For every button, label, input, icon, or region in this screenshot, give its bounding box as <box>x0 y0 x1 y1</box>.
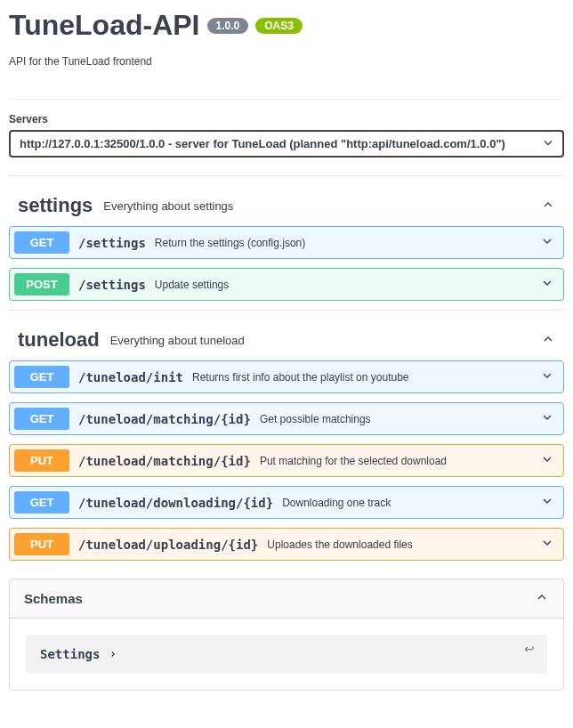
method-badge: PUT <box>14 533 69 555</box>
api-header: TuneLoad-API 1.0.0 OAS3 API for the Tune… <box>9 9 564 81</box>
oas-badge: OAS3 <box>255 18 303 34</box>
tag-header[interactable]: settingsEverything about settings <box>9 185 564 226</box>
method-badge: POST <box>14 273 69 295</box>
schema-item[interactable]: Settings ↩ <box>26 635 547 674</box>
schema-name: Settings <box>40 647 100 661</box>
operation-path: /tuneload/downloading/{id} <box>78 496 273 510</box>
operation-path: /tuneload/uploading/{id} <box>78 538 258 552</box>
tag-header[interactable]: tuneloadEverything about tuneload <box>9 320 564 360</box>
chevron-down-icon <box>540 410 554 427</box>
method-badge: GET <box>14 366 69 388</box>
operation-row[interactable]: GET/tuneload/matching/{id}Get possible m… <box>9 402 564 435</box>
return-icon: ↩ <box>524 642 535 656</box>
tag-description: Everything about tuneload <box>110 334 541 347</box>
operation-path: /tuneload/init <box>78 370 183 384</box>
operation-summary: Return the settings (config.json) <box>155 237 540 249</box>
server-select[interactable]: http://127.0.0.1:32500/1.0.0 - server fo… <box>9 130 564 158</box>
chevron-down-icon <box>540 234 554 251</box>
tag-section-settings: settingsEverything about settingsGET/set… <box>9 175 564 301</box>
operation-path: /tuneload/matching/{id} <box>78 412 251 426</box>
chevron-right-icon <box>109 647 117 661</box>
chevron-up-icon <box>541 198 555 214</box>
operation-row[interactable]: GET/settingsReturn the settings (config.… <box>9 226 564 259</box>
servers-section: Servers http://127.0.0.1:32500/1.0.0 - s… <box>9 99 564 166</box>
operation-row[interactable]: PUT/tuneload/uploading/{id}Uploades the … <box>9 528 564 561</box>
schemas-header[interactable]: Schemas <box>10 579 563 619</box>
method-badge: PUT <box>14 449 69 472</box>
version-badge: 1.0.0 <box>207 18 249 34</box>
tag-name: tuneload <box>18 328 100 352</box>
schemas-title: Schemas <box>24 591 535 606</box>
operation-summary: Uploades the downloaded files <box>267 538 540 551</box>
chevron-down-icon <box>540 368 554 385</box>
chevron-up-icon <box>535 590 549 607</box>
tag-description: Everything about settings <box>103 199 541 213</box>
operation-path: /settings <box>78 278 146 292</box>
operation-row[interactable]: PUT/tuneload/matching/{id}Put matching f… <box>9 444 564 477</box>
chevron-down-icon <box>540 452 554 469</box>
operation-summary: Downloading one track <box>282 497 540 509</box>
tag-section-tuneload: tuneloadEverything about tuneloadGET/tun… <box>9 310 564 561</box>
operation-path: /tuneload/matching/{id} <box>78 454 251 468</box>
chevron-up-icon <box>541 332 555 349</box>
operation-summary: Put matching for the selected download <box>260 455 540 467</box>
operation-row[interactable]: POST/settingsUpdate settings <box>9 268 564 301</box>
method-badge: GET <box>14 408 69 430</box>
operation-summary: Get possible matchings <box>260 413 540 425</box>
chevron-down-icon <box>540 536 554 553</box>
chevron-down-icon <box>540 276 554 293</box>
schemas-section: Schemas Settings ↩ <box>9 578 564 691</box>
method-badge: GET <box>14 231 69 254</box>
operation-summary: Update settings <box>155 279 540 291</box>
method-badge: GET <box>14 491 69 514</box>
operation-path: /settings <box>78 236 146 250</box>
api-title: TuneLoad-API <box>9 9 200 42</box>
operation-summary: Returns first info about the playlist on… <box>192 371 540 384</box>
servers-label: Servers <box>9 113 564 125</box>
operation-row[interactable]: GET/tuneload/initReturns first info abou… <box>9 360 564 393</box>
operation-row[interactable]: GET/tuneload/downloading/{id}Downloading… <box>9 486 564 519</box>
tag-name: settings <box>18 194 93 217</box>
chevron-down-icon <box>540 494 554 511</box>
api-description: API for the TuneLoad frontend <box>9 55 564 68</box>
